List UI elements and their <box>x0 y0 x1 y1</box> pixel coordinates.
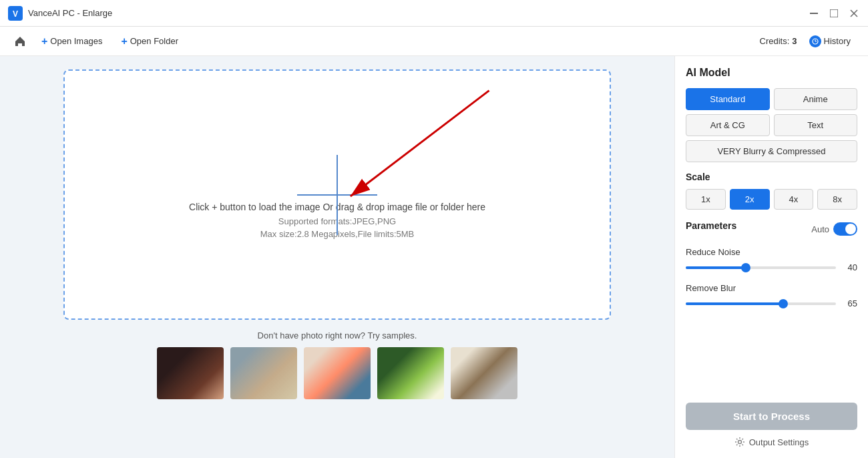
auto-label: Auto <box>811 224 829 234</box>
history-icon <box>809 35 821 47</box>
credits-area: Credits: 3 <box>760 36 797 46</box>
output-settings-label: Output Settings <box>749 437 809 447</box>
minimize-icon[interactable] <box>808 7 820 19</box>
svg-text:V: V <box>13 9 18 19</box>
gear-icon <box>734 437 745 447</box>
auto-toggle[interactable] <box>833 222 857 236</box>
model-anime-button[interactable]: Anime <box>774 88 858 110</box>
remove-blur-slider-row: 65 <box>686 298 857 308</box>
toggle-knob <box>845 224 856 234</box>
scale-4x-button[interactable]: 4x <box>774 189 814 210</box>
open-images-label: Open Images <box>50 36 102 46</box>
model-art-cg-button[interactable]: Art & CG <box>686 114 770 136</box>
sample-image-2[interactable] <box>230 347 297 399</box>
samples-row <box>63 347 611 399</box>
parameters-title: Parameters <box>686 220 736 231</box>
plus-icon: + <box>41 35 47 47</box>
ai-model-grid: Standard Anime Art & CG Text VERY Blurry… <box>686 88 857 162</box>
samples-section: Don't have photo right now? Try samples. <box>63 330 611 399</box>
toolbar: + Open Images + Open Folder Credits: 3 H… <box>0 27 868 56</box>
sample-image-5[interactable] <box>451 347 517 399</box>
plus-icon-folder: + <box>121 35 127 47</box>
remove-blur-track <box>686 302 836 305</box>
history-label: History <box>824 36 851 46</box>
reduce-noise-track <box>686 266 836 269</box>
reduce-noise-value: 40 <box>841 262 857 272</box>
close-icon[interactable] <box>848 7 860 19</box>
open-folder-button[interactable]: + Open Folder <box>114 32 185 51</box>
sample-image-3[interactable] <box>304 347 371 399</box>
scale-1x-button[interactable]: 1x <box>686 189 726 210</box>
remove-blur-thumb[interactable] <box>779 299 788 308</box>
remove-blur-fill <box>686 302 783 305</box>
samples-label: Don't have photo right now? Try samples. <box>63 330 611 340</box>
window-controls <box>808 7 860 19</box>
model-very-blurry-button[interactable]: VERY Blurry & Compressed <box>686 140 857 162</box>
scale-2x-button[interactable]: 2x <box>730 189 770 210</box>
open-folder-label: Open Folder <box>130 36 178 46</box>
svg-rect-2 <box>810 13 818 14</box>
home-button[interactable] <box>11 32 29 51</box>
start-process-button[interactable]: Start to Process <box>686 403 857 430</box>
ai-model-title: AI Model <box>686 67 857 79</box>
right-panel: AI Model Standard Anime Art & CG Text VE… <box>674 56 868 458</box>
credits-label: Credits: <box>760 36 790 46</box>
parameters-header: Parameters Auto <box>686 220 857 238</box>
svg-point-11 <box>738 441 741 444</box>
reduce-noise-label: Reduce Noise <box>686 247 857 257</box>
sample-image-4[interactable] <box>377 347 444 399</box>
credits-value: 3 <box>792 36 797 46</box>
window-title: VanceAI PC - Enlarge <box>28 8 808 18</box>
main-content: Click + button to load the image Or drag… <box>0 56 868 458</box>
maximize-icon[interactable] <box>828 7 840 19</box>
remove-blur-value: 65 <box>841 298 857 308</box>
svg-rect-3 <box>830 9 838 17</box>
sample-image-1[interactable] <box>157 347 224 399</box>
open-images-button[interactable]: + Open Images <box>35 32 109 51</box>
reduce-noise-slider-row: 40 <box>686 262 857 272</box>
history-button[interactable]: History <box>803 32 857 51</box>
titlebar: V VanceAI PC - Enlarge <box>0 0 868 27</box>
remove-blur-label: Remove Blur <box>686 283 857 293</box>
scale-8x-button[interactable]: 8x <box>817 189 857 210</box>
svg-line-10 <box>351 91 489 196</box>
scale-title: Scale <box>686 172 857 182</box>
scale-row: 1x 2x 4x 8x <box>686 189 857 210</box>
left-panel: Click + button to load the image Or drag… <box>0 56 674 458</box>
dropzone[interactable]: Click + button to load the image Or drag… <box>63 69 611 320</box>
reduce-noise-fill <box>686 266 746 269</box>
model-standard-button[interactable]: Standard <box>686 88 770 110</box>
app-logo: V <box>8 6 23 21</box>
model-text-button[interactable]: Text <box>774 114 858 136</box>
reduce-noise-thumb[interactable] <box>741 263 750 272</box>
output-settings[interactable]: Output Settings <box>686 437 857 447</box>
